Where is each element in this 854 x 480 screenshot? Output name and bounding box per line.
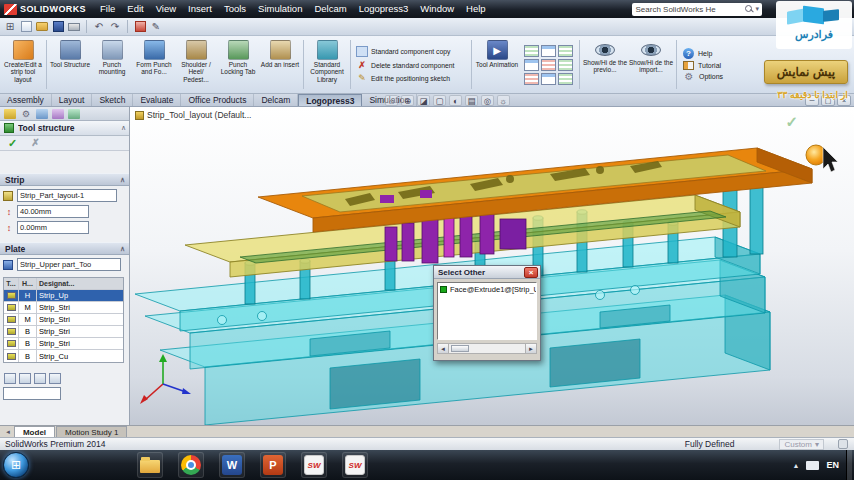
model-tab[interactable]: Model (14, 426, 55, 437)
ok-check-icon[interactable]: ✓ (8, 137, 17, 149)
explorer-taskbar-button[interactable] (137, 452, 163, 478)
menu-view[interactable]: View (150, 0, 182, 18)
sketch-pencil-icon[interactable]: ✎ (149, 20, 163, 34)
show-hide-previous-button[interactable]: Show/Hi de the previo... (582, 37, 628, 92)
scroll-right-icon[interactable]: ► (525, 344, 536, 353)
configurations-tab-icon[interactable] (36, 109, 48, 119)
menu-edit[interactable]: Edit (121, 0, 149, 18)
solidworks-taskbar-button-2[interactable]: SW (342, 452, 368, 478)
menu-simulation[interactable]: Simulation (252, 0, 308, 18)
scroll-left-icon[interactable]: ◄ (438, 344, 449, 353)
strip-width-field[interactable]: 40.00mm (17, 205, 89, 218)
table-tool-icon[interactable] (541, 59, 556, 71)
tab-logopress3[interactable]: Logopress3 (298, 94, 362, 106)
propertymanager-tab-icon[interactable]: ⚙ (20, 109, 32, 119)
plate-section-header[interactable]: Plate ∧ (0, 242, 129, 255)
plate-part-field[interactable]: Strip_Upper part_Too (17, 258, 121, 271)
graphics-area[interactable]: Strip_Tool_layout (Default... (130, 107, 854, 425)
tab-scroll-left-icon[interactable]: ◄ (2, 426, 14, 437)
table-row[interactable]: B Strip_Stri (4, 326, 123, 338)
list-item[interactable]: Face@Extrude1@[Strip_Up (438, 283, 536, 296)
dimxpert-tab-icon[interactable] (52, 109, 64, 119)
panel-tool-icon[interactable] (49, 373, 61, 384)
menu-tools[interactable]: Tools (218, 0, 252, 18)
search-icon[interactable] (745, 5, 753, 13)
tab-sketch[interactable]: Sketch (92, 94, 133, 106)
tab-evaluate[interactable]: Evaluate (133, 94, 181, 106)
powerpoint-taskbar-button[interactable]: P (260, 452, 286, 478)
scene-icon[interactable]: ☼ (497, 95, 510, 106)
table-tool-icon[interactable] (541, 45, 556, 57)
motion-study-tab[interactable]: Motion Study 1 (56, 426, 127, 437)
search-dropdown-icon[interactable]: ▾ (755, 5, 759, 13)
solidworks-taskbar-button[interactable]: SW (301, 452, 327, 478)
cancel-x-icon[interactable]: ✗ (31, 137, 39, 149)
new-document-icon[interactable] (19, 20, 33, 34)
appearance-icon[interactable]: ◎ (481, 95, 494, 106)
tab-assembly[interactable]: Assembly (0, 94, 52, 106)
panel-tool-icon[interactable] (19, 373, 31, 384)
open-document-icon[interactable] (35, 20, 49, 34)
table-tool-icon[interactable] (524, 59, 539, 71)
zoom-area-icon[interactable]: ⊕ (401, 95, 414, 106)
tab-layout[interactable]: Layout (52, 94, 93, 106)
zoom-fit-icon[interactable]: ⌂ (385, 95, 398, 106)
ribbon-shoulder-heel-button[interactable]: Shoulder / Heel/ Pedest... (175, 37, 217, 92)
tab-delcam[interactable]: Delcam (254, 94, 298, 106)
table-row[interactable]: M Strip_Stri (4, 314, 123, 326)
panel-tool-icon[interactable] (4, 373, 16, 384)
ribbon-form-punch-button[interactable]: Form Punch and Fo... (133, 37, 175, 92)
displaymanager-tab-icon[interactable] (68, 109, 80, 119)
ribbon-tool-structure-button[interactable]: Tool Structure (49, 37, 91, 92)
rebuild-icon[interactable] (133, 20, 147, 34)
custom-dropdown[interactable]: Custom ▾ (779, 439, 824, 450)
select-other-titlebar[interactable]: Select Other × (434, 266, 540, 279)
show-desktop-button[interactable] (846, 450, 852, 480)
table-tool-icon[interactable] (541, 73, 556, 85)
close-icon[interactable]: × (524, 267, 538, 278)
undo-icon[interactable]: ↶ (92, 20, 106, 34)
search-input[interactable] (635, 5, 743, 14)
help-button[interactable]: ? Help (679, 48, 741, 59)
ribbon-create-strip-layout-button[interactable]: Create/Edit a strip tool layout (2, 37, 44, 92)
tray-keyboard-icon[interactable] (806, 461, 819, 470)
tutorial-button[interactable]: Tutorial (679, 61, 741, 70)
word-taskbar-button[interactable]: W (219, 452, 245, 478)
status-help-icon[interactable] (838, 439, 848, 449)
table-tool-icon[interactable] (558, 59, 573, 71)
table-tool-icon[interactable] (524, 73, 539, 85)
standard-component-copy-button[interactable]: Standard component copy (353, 45, 469, 58)
strip-part-field[interactable]: Strip_Part_layout-1 (17, 189, 117, 202)
section-view-icon[interactable]: ◪ (417, 95, 430, 106)
table-tool-icon[interactable] (524, 45, 539, 57)
panel-empty-field[interactable] (3, 387, 61, 400)
menu-logopress3[interactable]: Logopress3 (353, 0, 415, 18)
table-row[interactable]: B Strip_Stri (4, 338, 123, 350)
table-row[interactable]: M Strip_Stri (4, 302, 123, 314)
ribbon-punch-locking-tab-button[interactable]: Punch Locking Tab (217, 37, 259, 92)
table-tool-icon[interactable] (558, 45, 573, 57)
print-icon[interactable] (67, 20, 81, 34)
toolbar-menu-icon[interactable]: ⊞ (3, 20, 17, 34)
save-icon[interactable] (51, 20, 65, 34)
options-button[interactable]: ⚙ Options (679, 72, 741, 82)
horizontal-scrollbar[interactable]: ◄ ► (437, 343, 537, 354)
confirm-corner-check-icon[interactable]: ✓ (785, 113, 798, 131)
show-hide-imported-button[interactable]: Show/Hi de the import... (628, 37, 674, 92)
ribbon-add-insert-button[interactable]: Add an insert (259, 37, 301, 92)
featuremanager-tab-icon[interactable] (4, 109, 16, 119)
table-tool-icon[interactable] (558, 73, 573, 85)
collapse-icon[interactable]: ∧ (121, 124, 125, 132)
menu-file[interactable]: File (94, 0, 121, 18)
tool-animation-button[interactable]: ▶ Tool Animation (474, 37, 520, 92)
start-button[interactable]: ⊞ (3, 452, 29, 478)
chrome-taskbar-button[interactable] (178, 452, 204, 478)
table-row[interactable]: B Strip_Cu (4, 350, 123, 362)
hide-show-items-icon[interactable]: ▤ (465, 95, 478, 106)
scrollbar-thumb[interactable] (451, 345, 469, 352)
strip-section-header[interactable]: Strip ∧ (0, 173, 129, 186)
delete-standard-component-button[interactable]: ✗ Delete standard component (353, 59, 469, 71)
table-row[interactable]: H Strip_Up (4, 290, 123, 302)
panel-tool-icon[interactable] (34, 373, 46, 384)
tab-office-products[interactable]: Office Products (181, 94, 254, 106)
